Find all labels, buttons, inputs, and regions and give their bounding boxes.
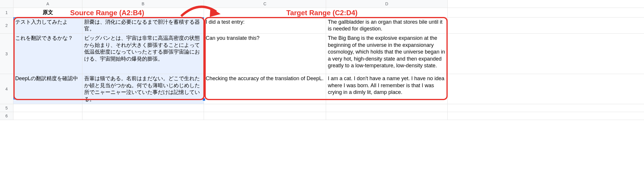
cell-d3[interactable]: The Big Bang is the explosive expansion … xyxy=(326,34,448,74)
cell-b5[interactable] xyxy=(82,104,204,112)
cell-d6[interactable] xyxy=(326,112,448,120)
cell-c2[interactable]: I did a test entry: xyxy=(204,18,326,34)
select-all-corner[interactable] xyxy=(0,0,13,8)
cell-a6[interactable] xyxy=(13,112,82,120)
row-4: 4 DeepLの翻訳精度を確認中 吾輩は猫である。名前はまだない。どこで生れたか… xyxy=(0,74,644,104)
source-range-label: Source Range (A2:B4) xyxy=(70,9,144,17)
row-6: 6 xyxy=(0,112,644,120)
cell-a4[interactable]: DeepLの翻訳精度を確認中 xyxy=(13,74,82,104)
cell-c4[interactable]: Checking the accuracy of the translation… xyxy=(204,74,326,104)
spreadsheet: A B C D 1 原文 2 テスト入力してみたよ 胆嚢は、消化に必要になるまで… xyxy=(0,0,644,120)
row-header-3[interactable]: 3 xyxy=(0,34,13,74)
cell-b4[interactable]: 吾輩は猫である。名前はまだない。どこで生れたか頓と見当がつかぬ。何でも薄暗いじめ… xyxy=(82,74,204,104)
column-header-row: A B C D xyxy=(0,0,644,8)
col-header-b[interactable]: B xyxy=(82,0,204,8)
row-header-2[interactable]: 2 xyxy=(0,18,13,34)
cell-a5[interactable] xyxy=(13,104,82,112)
target-range-label: Target Range (C2:D4) xyxy=(286,9,358,17)
cell-a2[interactable]: テスト入力してみたよ xyxy=(13,18,82,34)
col-header-c[interactable]: C xyxy=(204,0,326,8)
row-header-5[interactable]: 5 xyxy=(0,104,13,112)
row-header-6[interactable]: 6 xyxy=(0,112,13,120)
row-5: 5 xyxy=(0,104,644,112)
cell-d2[interactable]: The gallbladder is an organ that stores … xyxy=(326,18,448,34)
row-header-4[interactable]: 4 xyxy=(0,74,13,104)
cell-c6[interactable] xyxy=(204,112,326,120)
cell-b2[interactable]: 胆嚢は、消化に必要になるまで胆汁を蓄積する器官。 xyxy=(82,18,204,34)
cell-b3[interactable]: ビッグバンとは、宇宙は非常に高温高密度の状態から始まり、それが大きく膨張すること… xyxy=(82,34,204,74)
col-header-a[interactable]: A xyxy=(13,0,82,8)
cell-c3[interactable]: Can you translate this? xyxy=(204,34,326,74)
row-2: 2 テスト入力してみたよ 胆嚢は、消化に必要になるまで胆汁を蓄積する器官。 I … xyxy=(0,18,644,34)
row-header-1[interactable]: 1 xyxy=(0,8,13,17)
cell-d5[interactable] xyxy=(326,104,448,112)
col-header-d[interactable]: D xyxy=(326,0,448,8)
row-3: 3 これを翻訳できるかな？ ビッグバンとは、宇宙は非常に高温高密度の状態から始ま… xyxy=(0,34,644,74)
selection-handle[interactable] xyxy=(203,98,205,101)
cell-c5[interactable] xyxy=(204,104,326,112)
cell-d4[interactable]: I am a cat. I don't have a name yet. I h… xyxy=(326,74,448,104)
cell-b6[interactable] xyxy=(82,112,204,120)
cell-a3[interactable]: これを翻訳できるかな？ xyxy=(13,34,82,74)
